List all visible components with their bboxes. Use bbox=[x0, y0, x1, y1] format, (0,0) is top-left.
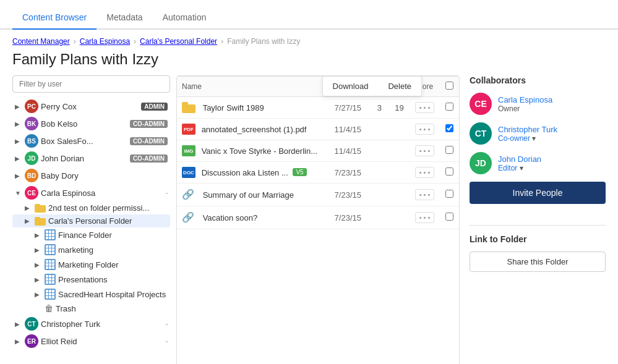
grid-icon bbox=[45, 259, 56, 270]
more-button[interactable]: • • • bbox=[415, 167, 435, 178]
arrow-icon: ▶ bbox=[35, 247, 42, 253]
file-count2: 19 bbox=[390, 97, 410, 119]
select-all-checkbox[interactable] bbox=[445, 82, 453, 90]
file-name: Vacation soon? bbox=[203, 213, 258, 222]
file-count2 bbox=[390, 206, 410, 229]
arrow-icon: ▶ bbox=[25, 205, 32, 211]
check-cell bbox=[440, 184, 459, 206]
arrow-icon: ▶ bbox=[15, 121, 22, 127]
role-link[interactable]: Co-owner bbox=[498, 134, 530, 143]
sidebar-item-label: Bob Kelso bbox=[41, 119, 126, 129]
sidebar-item-marketing-folder[interactable]: ▶ Marketing Folder bbox=[12, 257, 170, 272]
row-checkbox[interactable] bbox=[445, 167, 453, 176]
more-button[interactable]: • • • bbox=[415, 124, 435, 135]
avatar: JD bbox=[470, 152, 492, 174]
download-button[interactable]: Download bbox=[323, 77, 379, 96]
sidebar-item-john-dorian[interactable]: ▶ JD John Dorian CO-ADMIN bbox=[12, 150, 170, 167]
avatar: CE bbox=[470, 93, 492, 115]
main-layout: ▶ PC Perry Cox ADMIN ▶ BK Bob Kelso CO-A… bbox=[0, 75, 618, 364]
sidebar-item-trash[interactable]: ▶ 🗑 Trash bbox=[12, 302, 170, 315]
arrow-icon: ▼ bbox=[15, 190, 22, 197]
sidebar-item-label: Box SalesFo... bbox=[41, 137, 126, 146]
sidebar-item-perry-cox[interactable]: ▶ PC Perry Cox ADMIN bbox=[12, 98, 170, 115]
check-cell bbox=[440, 140, 459, 162]
tab-automation[interactable]: Automation bbox=[153, 6, 217, 30]
file-count1 bbox=[369, 184, 390, 206]
tab-content-browser[interactable]: Content Browser bbox=[12, 6, 97, 30]
tab-metadata[interactable]: Metadata bbox=[97, 6, 152, 30]
more-button[interactable]: • • • bbox=[415, 145, 435, 156]
collab-name[interactable]: Carla Espinosa bbox=[498, 95, 552, 104]
col-check bbox=[440, 77, 459, 97]
breadcrumb-carla-espinosa[interactable]: Carla Espinosa bbox=[80, 37, 130, 46]
sidebar-item-label: Christopher Turk bbox=[41, 320, 162, 329]
sidebar-item-sacredheart[interactable]: ▶ SacredHeart Hospital Projects bbox=[12, 287, 170, 302]
sidebar-item-presentations[interactable]: ▶ Presentations bbox=[12, 272, 170, 287]
sidebar-item-label: Perry Cox bbox=[41, 102, 137, 111]
sidebar-item-baby-dory[interactable]: ▶ BD Baby Dory bbox=[12, 167, 170, 184]
delete-button[interactable]: Delete bbox=[378, 77, 421, 96]
row-checkbox[interactable] bbox=[445, 124, 453, 132]
sidebar-item-carlas-personal-folder[interactable]: ▶ Carla's Personal Folder bbox=[12, 214, 170, 227]
more-button[interactable]: • • • bbox=[415, 189, 435, 200]
sidebar-item-carla-espinosa[interactable]: ▼ CE Carla Espinosa • bbox=[12, 184, 170, 201]
img-icon: IMG bbox=[182, 145, 195, 156]
file-count1 bbox=[369, 206, 390, 229]
sidebar-item-label: Carla's Personal Folder bbox=[48, 216, 168, 226]
arrow-icon: ▶ bbox=[15, 138, 22, 145]
breadcrumb-content-manager[interactable]: Content Manager bbox=[12, 37, 70, 46]
file-count2 bbox=[390, 119, 410, 140]
check-cell bbox=[440, 119, 459, 140]
sidebar-item-elliot-reid[interactable]: ▶ ER Elliot Reid • bbox=[12, 332, 170, 350]
breadcrumb-personal-folder[interactable]: Carla's Personal Folder bbox=[140, 37, 217, 46]
avatar: JD bbox=[25, 151, 38, 165]
row-checkbox[interactable] bbox=[445, 103, 453, 111]
sidebar-item-label: marketing bbox=[58, 245, 168, 255]
filter-input[interactable] bbox=[12, 75, 170, 93]
more-cell: • • • bbox=[410, 206, 440, 229]
collab-name[interactable]: John Dorian bbox=[498, 154, 541, 164]
sidebar-item-label: Elliot Reid bbox=[41, 337, 162, 346]
sidebar-item-marketing[interactable]: ▶ marketing bbox=[12, 242, 170, 257]
arrow-icon: ▶ bbox=[15, 321, 22, 328]
sidebar-item-box-salesfo[interactable]: ▶ BS Box SalesFo... CO-ADMIN bbox=[12, 132, 170, 150]
file-name: Summary of our Marriage bbox=[203, 190, 294, 200]
more-button[interactable]: • • • bbox=[415, 212, 435, 223]
sidebar-item-christopher-turk[interactable]: ▶ CT Christopher Turk • bbox=[12, 315, 170, 332]
grid-icon bbox=[45, 289, 56, 300]
row-checkbox[interactable] bbox=[445, 213, 453, 221]
sidebar-item-finance-folder[interactable]: ▶ Finance Folder bbox=[12, 227, 170, 242]
folder-icon bbox=[182, 104, 195, 113]
row-checkbox[interactable] bbox=[445, 190, 453, 198]
file-count1 bbox=[369, 119, 390, 140]
share-folder-button[interactable]: Share this Folder bbox=[470, 252, 606, 272]
sidebar-item-bob-kelso[interactable]: ▶ BK Bob Kelso CO-ADMIN bbox=[12, 115, 170, 132]
file-name: Taylor Swift 1989 bbox=[203, 103, 264, 112]
arrow-icon: ▶ bbox=[25, 218, 32, 224]
sidebar-item-label: 2nd test on folder permissi... bbox=[48, 203, 168, 213]
table-row: IMG Vanic x Tove Styrke - Borderlin... 1… bbox=[177, 140, 459, 162]
file-name-cell: Taylor Swift 1989 bbox=[177, 97, 330, 119]
file-name-cell: IMG Vanic x Tove Styrke - Borderlin... bbox=[177, 140, 330, 162]
file-count1 bbox=[369, 162, 390, 184]
grid-icon bbox=[45, 229, 56, 240]
invite-people-button[interactable]: Invite People bbox=[470, 182, 606, 204]
file-name: annotated_screenshot (1).pdf bbox=[202, 125, 307, 134]
file-updated: 7/23/15 bbox=[330, 162, 369, 184]
table-row: DOC Discussion aka Listen ... V5 7/23/15… bbox=[177, 162, 459, 184]
more-button[interactable]: • • • bbox=[415, 102, 435, 113]
page-title: Family Plans with Izzy bbox=[0, 48, 618, 75]
sidebar-item-2nd-test[interactable]: ▶ 2nd test on folder permissi... bbox=[12, 201, 170, 214]
file-count1 bbox=[369, 140, 390, 162]
check-cell bbox=[440, 206, 459, 229]
file-name: Vanic x Tove Styrke - Borderlin... bbox=[202, 146, 317, 156]
file-count2 bbox=[390, 140, 410, 162]
file-count1: 3 bbox=[369, 97, 390, 119]
role-link[interactable]: Editor bbox=[498, 164, 517, 172]
collab-name[interactable]: Christopher Turk bbox=[498, 125, 557, 134]
row-checkbox[interactable] bbox=[445, 146, 453, 154]
file-name-cell: 🔗 Summary of our Marriage bbox=[177, 184, 330, 206]
table-row: Taylor Swift 1989 7/27/15 3 19 • • • bbox=[177, 97, 459, 119]
folder-icon bbox=[35, 204, 46, 213]
collaborators-title: Collaborators bbox=[470, 75, 606, 85]
